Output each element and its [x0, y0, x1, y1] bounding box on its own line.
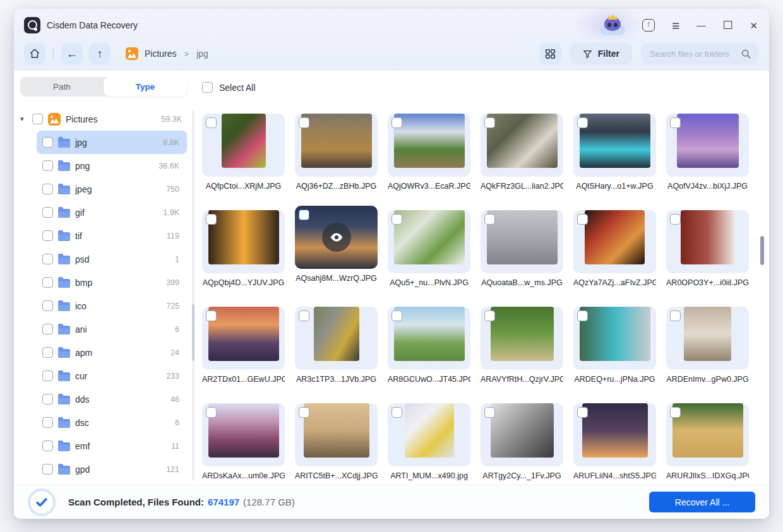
file-checkbox[interactable]	[577, 310, 588, 321]
file-checkbox[interactable]	[484, 407, 495, 418]
recover-all-button[interactable]: Recover All ...	[649, 492, 755, 512]
folder-checkbox[interactable]	[42, 137, 53, 148]
sidebar-item-psd[interactable]: psd 1	[37, 247, 187, 271]
file-card[interactable]	[573, 210, 656, 273]
file-checkbox[interactable]	[484, 117, 495, 128]
file-card[interactable]	[481, 210, 563, 273]
file-card[interactable]	[295, 114, 378, 177]
file-checkbox[interactable]	[299, 407, 309, 418]
folder-checkbox[interactable]	[42, 464, 53, 475]
file-card[interactable]	[573, 114, 656, 177]
file-checkbox[interactable]	[206, 407, 217, 418]
sidebar-item-dds[interactable]: dds 46	[37, 387, 187, 411]
file-card[interactable]	[666, 114, 749, 177]
sidebar-item-png[interactable]: png 36.6K	[37, 154, 187, 177]
file-checkbox[interactable]	[299, 117, 309, 128]
sidebar-item-emf[interactable]: emf 11	[37, 434, 187, 458]
file-card[interactable]	[295, 307, 378, 370]
file-checkbox[interactable]	[392, 310, 402, 321]
file-checkbox[interactable]	[299, 210, 309, 220]
file-card[interactable]	[388, 307, 470, 370]
file-card[interactable]	[202, 114, 285, 177]
file-checkbox[interactable]	[670, 407, 681, 418]
folder-checkbox[interactable]	[42, 440, 53, 451]
file-card[interactable]	[666, 307, 749, 370]
file-checkbox[interactable]	[577, 214, 588, 225]
file-card[interactable]	[481, 403, 563, 466]
file-checkbox[interactable]	[392, 214, 402, 225]
folder-checkbox[interactable]	[42, 394, 53, 405]
minimize-button[interactable]: —	[696, 21, 705, 30]
search-icon[interactable]	[741, 49, 751, 59]
file-card[interactable]	[295, 403, 378, 466]
sidebar-item-dsc[interactable]: dsc 6	[37, 411, 187, 434]
pictures-checkbox[interactable]	[32, 114, 43, 124]
grid-view-button[interactable]	[540, 43, 561, 64]
folder-checkbox[interactable]	[42, 254, 53, 264]
sidebar-item-pictures-root[interactable]: ▾ Pictures 59.3K	[20, 107, 187, 131]
file-checkbox[interactable]	[392, 117, 402, 128]
close-button[interactable]: ✕	[750, 21, 758, 30]
sidebar-item-cur[interactable]: cur 233	[37, 364, 187, 387]
caret-down-icon[interactable]: ▾	[20, 115, 27, 123]
file-card[interactable]	[573, 307, 656, 370]
file-checkbox[interactable]	[299, 310, 309, 321]
folder-checkbox[interactable]	[42, 347, 53, 358]
file-checkbox[interactable]	[670, 310, 681, 321]
file-checkbox[interactable]	[206, 310, 217, 321]
folder-checkbox[interactable]	[42, 417, 53, 428]
file-card[interactable]	[202, 403, 285, 466]
folder-checkbox[interactable]	[42, 370, 53, 381]
select-all-checkbox[interactable]	[202, 82, 213, 93]
file-checkbox[interactable]	[577, 117, 588, 128]
sidebar-item-jpg[interactable]: jpg 8.8K	[37, 131, 187, 154]
folder-checkbox[interactable]	[42, 207, 53, 218]
file-checkbox[interactable]	[206, 117, 217, 128]
breadcrumb-current[interactable]: jpg	[196, 49, 208, 59]
sidebar-item-ani[interactable]: ani 6	[37, 317, 187, 341]
sidebar-item-bmp[interactable]: bmp 399	[37, 271, 187, 294]
file-card[interactable]	[666, 210, 749, 273]
file-checkbox[interactable]	[484, 310, 495, 321]
file-card[interactable]	[388, 403, 470, 466]
file-card[interactable]	[388, 114, 470, 177]
mascot-icon[interactable]	[600, 15, 625, 35]
maximize-button[interactable]: ☐	[722, 20, 732, 31]
back-button[interactable]: ←	[61, 43, 83, 64]
folder-checkbox[interactable]	[42, 277, 53, 288]
breadcrumb-root[interactable]: Pictures	[145, 49, 177, 59]
file-checkbox[interactable]	[392, 407, 402, 418]
folder-checkbox[interactable]	[42, 184, 53, 194]
sidebar-item-ico[interactable]: ico 725	[37, 294, 187, 317]
file-card[interactable]	[666, 403, 749, 466]
file-checkbox[interactable]	[484, 214, 495, 225]
folder-checkbox[interactable]	[42, 230, 53, 241]
tab-type[interactable]: Type	[104, 77, 187, 97]
file-checkbox[interactable]	[206, 214, 217, 225]
sidebar-item-gif[interactable]: gif 1.9K	[37, 201, 187, 224]
file-card[interactable]	[481, 307, 563, 370]
menu-icon[interactable]: ≡	[672, 19, 679, 32]
sidebar-item-tif[interactable]: tif 119	[37, 224, 187, 247]
folder-checkbox[interactable]	[42, 324, 53, 334]
sidebar-scrollbar-thumb[interactable]	[192, 304, 194, 361]
folder-checkbox[interactable]	[42, 160, 53, 171]
up-button[interactable]: ↑	[89, 43, 111, 64]
upgrade-icon[interactable]	[642, 19, 655, 32]
home-button[interactable]	[24, 43, 45, 64]
sidebar-item-gpd[interactable]: gpd 121	[37, 458, 187, 481]
sidebar-item-jpeg[interactable]: jpeg 750	[37, 177, 187, 201]
file-checkbox[interactable]	[577, 407, 588, 418]
sidebar-item-apm[interactable]: apm 24	[37, 341, 187, 364]
file-card[interactable]	[202, 307, 285, 370]
file-checkbox[interactable]	[670, 214, 681, 225]
tab-path[interactable]: Path	[20, 77, 104, 97]
filter-button[interactable]: Filter	[570, 43, 632, 64]
file-card[interactable]	[388, 210, 470, 273]
file-card[interactable]	[573, 403, 656, 466]
folder-checkbox[interactable]	[42, 300, 53, 311]
file-card[interactable]	[481, 114, 563, 177]
search-input[interactable]	[650, 49, 741, 59]
file-card[interactable]	[295, 206, 378, 269]
main-scrollbar-thumb[interactable]	[760, 236, 764, 265]
